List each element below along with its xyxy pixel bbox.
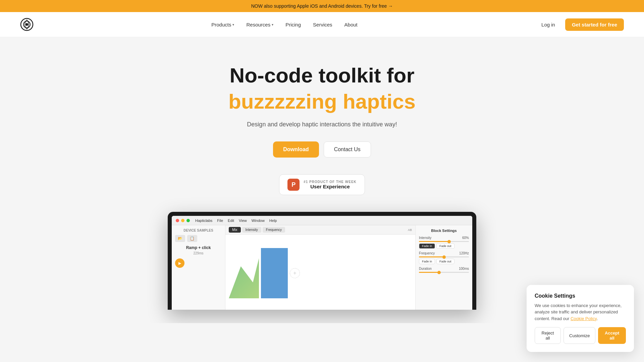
- download-button[interactable]: Download: [273, 141, 319, 158]
- intensity-label: Intensity: [419, 236, 431, 240]
- duration-row: Duration 100ms: [419, 267, 469, 273]
- product-hunt-icon: P: [287, 179, 300, 191]
- frequency-label: Frequency: [419, 251, 435, 255]
- get-started-button[interactable]: Get started for free: [565, 18, 624, 31]
- cookie-consent: Cookie Settings We use cookies to enhanc…: [527, 285, 634, 323]
- logo-icon: [20, 18, 34, 31]
- nav-links: Products ▾ Resources ▾ Pricing Services …: [207, 19, 362, 30]
- macbook-screen: Hapticlabs File Edit View Window Help De…: [172, 216, 472, 310]
- cookie-policy-link[interactable]: Cookie Policy: [571, 316, 597, 321]
- timeline-bar: Mix Intensity Frequency AB: [225, 225, 415, 235]
- sample-name: Ramp + click: [175, 245, 222, 250]
- sample-duration: 229ms: [175, 251, 222, 255]
- top-banner: NOW also supporting Apple iOS and Androi…: [0, 0, 644, 12]
- contact-button[interactable]: Contact Us: [324, 141, 371, 158]
- add-block-btn[interactable]: +: [290, 268, 300, 278]
- product-hunt-text: #1 PRODUCT OF THE WEEK User Experience: [304, 180, 357, 189]
- login-button[interactable]: Log in: [535, 19, 561, 30]
- logo[interactable]: [20, 18, 34, 31]
- product-hunt-label: #1 PRODUCT OF THE WEEK: [304, 180, 357, 184]
- close-dot: [176, 219, 179, 222]
- hero-subtitle: Design and develop haptic interactions t…: [247, 121, 397, 128]
- block-settings-panel: Block Settings Intensity 60%: [415, 225, 472, 310]
- frequency-row: Frequency 120Hz Fade in Fade out: [419, 251, 469, 264]
- tab-frequency[interactable]: Frequency: [263, 227, 285, 233]
- nav-products[interactable]: Products ▾: [207, 19, 239, 30]
- intensity-value: 60%: [462, 236, 469, 240]
- banner-text: NOW also supporting Apple iOS and Androi…: [251, 3, 393, 9]
- tab-mix[interactable]: Mix: [229, 227, 241, 233]
- fade-buttons: Fade in Fade out: [419, 243, 469, 249]
- app-main: Mix Intensity Frequency AB +: [225, 225, 415, 310]
- nav-pricing[interactable]: Pricing: [281, 19, 306, 30]
- play-button[interactable]: ▶: [175, 258, 184, 268]
- app-menu: Hapticlabs File Edit View Window Help: [195, 219, 277, 223]
- product-hunt-title: User Experience: [304, 184, 357, 189]
- timeline-tabs: Mix Intensity Frequency: [229, 227, 285, 233]
- intensity-slider[interactable]: [419, 241, 469, 242]
- product-hunt-badge[interactable]: P #1 PRODUCT OF THE WEEK User Experience: [279, 174, 365, 195]
- panel-title: Block Settings: [419, 229, 469, 233]
- wave-block-green: [229, 258, 259, 298]
- fade-in-btn[interactable]: Fade in: [419, 243, 435, 249]
- nav-about[interactable]: About: [340, 19, 362, 30]
- fade-out-btn[interactable]: Fade out: [436, 243, 454, 249]
- hero-buttons: Download Contact Us: [273, 141, 371, 158]
- minimize-dot: [181, 219, 184, 222]
- screen-topbar: Hapticlabs File Edit View Window Help: [172, 216, 472, 225]
- duration-slider[interactable]: [419, 272, 469, 273]
- chevron-down-icon: ▾: [272, 23, 273, 26]
- nav-resources[interactable]: Resources ▾: [241, 19, 278, 30]
- freq-fade-buttons: Fade in Fade out: [419, 259, 469, 264]
- app-sidebar: Device samples 📂 📋 Ramp + click 229ms ▶: [172, 225, 225, 310]
- frequency-value: 120Hz: [459, 251, 469, 255]
- intensity-row: Intensity 60% Fade in Fade out: [419, 236, 469, 249]
- tab-intensity[interactable]: Intensity: [242, 227, 261, 233]
- cookie-title: Cookie Settings: [535, 293, 626, 299]
- navbar-actions: Log in Get started for free: [535, 18, 624, 31]
- frequency-slider[interactable]: [419, 256, 469, 257]
- duration-label: Duration: [419, 267, 432, 270]
- navbar: Products ▾ Resources ▾ Pricing Services …: [0, 12, 644, 37]
- svg-point-2: [25, 23, 28, 26]
- sidebar-icon-btn2[interactable]: 📋: [187, 235, 197, 242]
- macbook-frame: Hapticlabs File Edit View Window Help De…: [168, 212, 476, 310]
- chevron-down-icon: ▾: [232, 23, 234, 26]
- waveform-area: +: [225, 235, 415, 302]
- hero-section: No-code toolkit for buzzzzzing haptics D…: [0, 37, 644, 323]
- app-screenshot: Hapticlabs File Edit View Window Help De…: [168, 212, 476, 310]
- freq-fade-in-btn[interactable]: Fade in: [419, 259, 435, 264]
- hero-title-line1: No-code toolkit for: [229, 64, 414, 87]
- duration-value: 100ms: [459, 267, 469, 270]
- nav-services[interactable]: Services: [308, 19, 337, 30]
- sidebar-icon-btn1[interactable]: 📂: [175, 235, 185, 242]
- freq-fade-out-btn[interactable]: Fade out: [436, 259, 454, 264]
- wave-block-blue: [261, 248, 288, 298]
- maximize-dot: [186, 219, 190, 222]
- cookie-text: We use cookies to enhance your experienc…: [535, 302, 626, 322]
- app-content: Device samples 📂 📋 Ramp + click 229ms ▶: [172, 225, 472, 310]
- hero-title-line2: buzzzzzing haptics: [228, 90, 416, 113]
- sidebar-section-label: Device samples: [175, 229, 222, 232]
